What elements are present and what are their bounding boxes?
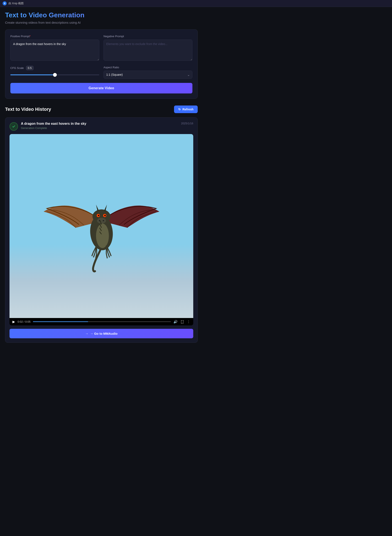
history-item-status: Generation Complete	[21, 126, 86, 130]
page-title: Text to Video Generation	[5, 11, 198, 19]
cfg-scale-label: CFG Scale 0.5	[10, 66, 99, 70]
video-fullscreen-button[interactable]	[181, 320, 184, 323]
cfg-scale-group: CFG Scale 0.5	[10, 66, 99, 76]
history-item-title: A dragon from the east hovers in the sky	[21, 122, 86, 126]
video-time-display: 0:02 / 0:05	[18, 320, 30, 323]
video-more-button[interactable]: ⋮	[187, 320, 190, 324]
history-title: Text to Video History	[5, 107, 51, 112]
video-volume-button[interactable]: 🔊	[173, 320, 178, 324]
svg-point-9	[103, 220, 104, 221]
app-icon: X	[3, 1, 7, 5]
cfg-scale-slider-container	[10, 72, 99, 76]
history-item-header: A dragon from the east hovers in the sky…	[9, 122, 193, 131]
video-progress-bar[interactable]	[33, 321, 171, 322]
aspect-ratio-select[interactable]: 1:1 (Square) 16:9 (Landscape) 9:16 (Port…	[103, 71, 192, 79]
history-item: A dragon from the east hovers in the sky…	[5, 117, 198, 343]
generate-video-button[interactable]: Generate Video	[10, 83, 192, 94]
positive-prompt-group: Positive Prompt*	[10, 35, 99, 62]
arrow-right-icon: →	[85, 332, 89, 335]
form-card: Positive Prompt* Negative Prompt CFG Sca…	[5, 29, 198, 99]
svg-point-7	[97, 218, 106, 223]
page-subtitle: Create stunning videos from text descrip…	[5, 21, 198, 24]
dragon-illustration	[37, 162, 166, 290]
cfg-scale-slider[interactable]	[10, 74, 99, 75]
prompts-row: Positive Prompt* Negative Prompt	[10, 35, 192, 62]
video-thumbnail	[9, 134, 193, 318]
svg-point-6	[104, 215, 106, 216]
negative-prompt-label: Negative Prompt	[103, 35, 192, 38]
status-complete-icon	[9, 122, 18, 131]
controls-row: CFG Scale 0.5 Aspect Ratio 1:1 (Square) …	[10, 66, 192, 79]
history-item-left: A dragon from the east hovers in the sky…	[9, 122, 86, 131]
refresh-button[interactable]: ↻ Refresh	[174, 105, 198, 113]
video-player: ▶ 0:02 / 0:05 🔊	[9, 134, 193, 325]
goto-mmaudio-button[interactable]: → → Go to MMAudio	[9, 329, 193, 338]
aspect-ratio-select-wrapper: 1:1 (Square) 16:9 (Landscape) 9:16 (Port…	[103, 71, 192, 79]
title-bar: X 由 Xnip 截图	[0, 0, 392, 7]
negative-prompt-input[interactable]	[103, 39, 192, 61]
title-bar-text: 由 Xnip 截图	[9, 1, 24, 5]
positive-prompt-label: Positive Prompt*	[10, 35, 99, 38]
aspect-ratio-group: Aspect Ratio 1:1 (Square) 16:9 (Landscap…	[103, 66, 192, 79]
positive-prompt-input[interactable]	[10, 39, 99, 61]
video-progress-fill	[33, 321, 88, 322]
svg-point-5	[98, 215, 99, 216]
cfg-scale-value: 0.5	[26, 66, 34, 70]
history-header: Text to Video History ↻ Refresh	[5, 105, 198, 113]
video-controls-bar: ▶ 0:02 / 0:05 🔊	[9, 318, 193, 325]
history-item-date: 2025/1/16	[181, 122, 193, 125]
svg-point-8	[99, 220, 100, 221]
history-section: Text to Video History ↻ Refresh A dragon…	[5, 105, 198, 343]
history-item-info: A dragon from the east hovers in the sky…	[21, 122, 86, 130]
svg-point-1	[96, 223, 109, 248]
aspect-ratio-label: Aspect Ratio	[103, 66, 192, 69]
video-play-button[interactable]: ▶	[13, 320, 15, 324]
video-icon-group: 🔊 ⋮	[173, 320, 190, 324]
negative-prompt-group: Negative Prompt	[103, 35, 192, 62]
refresh-icon: ↻	[178, 108, 181, 111]
